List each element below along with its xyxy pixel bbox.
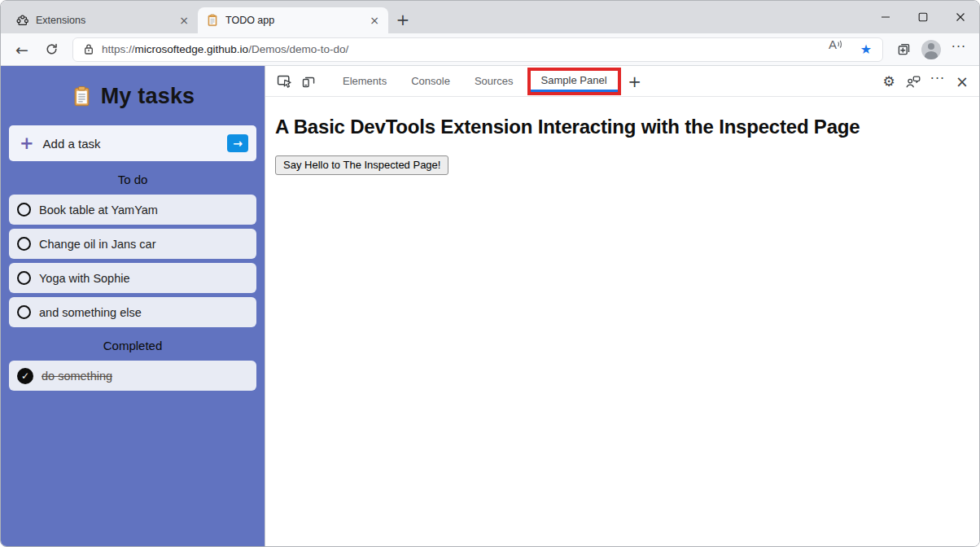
task-item[interactable]: Book table at YamYam [9, 195, 256, 225]
checkbox-unchecked-icon[interactable] [17, 271, 31, 285]
collections-button[interactable] [890, 36, 917, 63]
checkbox-checked-icon[interactable]: ✓ [17, 368, 33, 384]
section-label-completed: Completed [9, 339, 256, 352]
task-label: do something [42, 370, 112, 383]
task-label: Change oil in Jans car [39, 238, 155, 251]
more-icon: ··· [930, 71, 945, 91]
close-button[interactable] [942, 1, 979, 33]
favorite-star-button[interactable]: ★ [855, 39, 877, 60]
task-label: Yoga with Sophie [39, 272, 130, 285]
maximize-button[interactable] [904, 1, 942, 33]
panel-heading: A Basic DevTools Extension Interacting w… [275, 116, 969, 138]
checkbox-unchecked-icon[interactable] [17, 237, 31, 251]
back-button[interactable]: ← [7, 36, 37, 63]
profile-button[interactable] [917, 36, 945, 63]
task-item[interactable]: Change oil in Jans car [9, 229, 256, 259]
checkbox-unchecked-icon[interactable] [17, 305, 31, 319]
lock-icon [83, 43, 94, 55]
browser-window: Extensions × TODO app × [0, 0, 980, 547]
task-item[interactable]: Yoga with Sophie [9, 263, 256, 293]
tab-todo-app[interactable]: TODO app × [198, 7, 388, 33]
devtools-tab-sources[interactable]: Sources [462, 66, 526, 96]
task-label: Book table at YamYam [39, 203, 158, 217]
star-icon: ★ [860, 42, 872, 57]
task-item-completed[interactable]: ✓ do something [9, 361, 256, 391]
todo-app-page: My tasks + Add a task → To do Book table… [1, 66, 265, 546]
url-text: https://microsoftedge.github.io/Demos/de… [102, 43, 817, 55]
clipboard-icon [71, 85, 93, 107]
main-area: My tasks + Add a task → To do Book table… [1, 66, 979, 546]
address-bar[interactable]: https://microsoftedge.github.io/Demos/de… [72, 37, 883, 62]
device-toolbar-icon[interactable] [296, 69, 321, 94]
sample-panel-content: A Basic DevTools Extension Interacting w… [265, 97, 979, 194]
add-task-input[interactable]: + Add a task → [9, 125, 256, 161]
url-scheme: https:// [102, 43, 135, 55]
checkbox-unchecked-icon[interactable] [17, 203, 31, 217]
devtools-toolbar-right: ⚙ ··· × [877, 69, 974, 94]
highlight-annotation-box: Sample Panel [527, 68, 621, 95]
tab-close-icon[interactable]: × [367, 13, 382, 28]
read-aloud-icon: A [829, 39, 837, 50]
more-icon: ··· [952, 39, 966, 59]
section-label-todo: To do [9, 173, 256, 186]
puzzle-icon [15, 14, 29, 28]
devtools-tab-sample-panel[interactable]: Sample Panel [531, 71, 618, 92]
devtools-tab-elements[interactable]: Elements [330, 66, 399, 96]
minimize-button[interactable] [867, 1, 904, 33]
devtools-menu-button[interactable]: ··· [925, 69, 950, 94]
devtools-panel: Elements Console Sources Sample Panel + … [265, 66, 979, 546]
url-host: microsoftedge.github.io [135, 43, 249, 55]
tab-strip: Extensions × TODO app × [1, 1, 979, 33]
avatar [921, 40, 941, 59]
devtools-close-button[interactable]: × [950, 69, 974, 94]
tab-extensions[interactable]: Extensions × [7, 7, 198, 33]
window-controls [867, 1, 979, 33]
clipboard-favicon [206, 14, 219, 27]
task-label: and something else [39, 306, 142, 319]
tab-close-icon[interactable]: × [177, 13, 191, 28]
devtools-tab-list: Elements Console Sources Sample Panel + [330, 66, 645, 96]
navigation-toolbar: ← https://microsoftedge.github.io/Demos/… [1, 33, 979, 66]
new-tab-button[interactable]: + [392, 8, 414, 31]
say-hello-button[interactable]: Say Hello to The Inspected Page! [275, 155, 448, 175]
settings-gear-icon[interactable]: ⚙ [877, 69, 901, 94]
browser-menu-button[interactable]: ··· [945, 36, 973, 63]
add-task-submit-button[interactable]: → [227, 134, 248, 152]
page-title-text: My tasks [101, 84, 195, 109]
devtools-tab-console[interactable]: Console [399, 66, 462, 96]
page-title: My tasks [9, 84, 256, 109]
refresh-button[interactable] [37, 36, 66, 63]
feedback-icon[interactable] [901, 69, 925, 94]
devtools-more-tabs-button[interactable]: + [624, 69, 645, 94]
tab-title: TODO app [225, 15, 361, 26]
plus-icon: + [20, 135, 34, 152]
devtools-toolbar: Elements Console Sources Sample Panel + … [265, 66, 979, 97]
add-task-label: Add a task [43, 137, 101, 151]
tab-list: Extensions × TODO app × [1, 7, 414, 33]
task-item[interactable]: and something else [9, 297, 256, 327]
read-aloud-button[interactable]: A [825, 39, 847, 60]
url-path: /Demos/demo-to-do/ [248, 43, 348, 55]
tab-title: Extensions [36, 15, 170, 26]
inspect-element-icon[interactable] [272, 69, 296, 94]
